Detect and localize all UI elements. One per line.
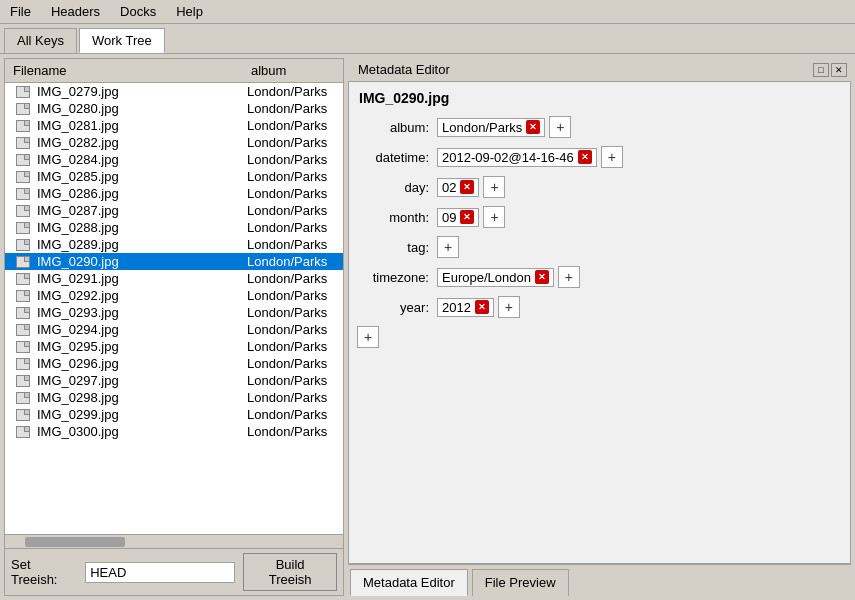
window-controls: □ ✕ (813, 63, 847, 77)
file-album: London/Parks (243, 288, 343, 303)
file-icon (13, 374, 33, 388)
list-item[interactable]: IMG_0282.jpgLondon/Parks (5, 134, 343, 151)
file-icon (13, 306, 33, 320)
tab-metadata-editor[interactable]: Metadata Editor (350, 569, 468, 596)
label-tag: tag: (357, 240, 437, 255)
add-timezone-button[interactable]: + (558, 266, 580, 288)
list-item[interactable]: IMG_0300.jpgLondon/Parks (5, 423, 343, 440)
values-tag: + (437, 236, 459, 258)
list-item[interactable]: IMG_0297.jpgLondon/Parks (5, 372, 343, 389)
list-item[interactable]: IMG_0296.jpgLondon/Parks (5, 355, 343, 372)
file-icon (13, 221, 33, 235)
add-year-button[interactable]: + (498, 296, 520, 318)
remove-month-tag[interactable]: ✕ (460, 210, 474, 224)
file-name: IMG_0293.jpg (33, 305, 243, 320)
file-album: London/Parks (243, 271, 343, 286)
file-name: IMG_0282.jpg (33, 135, 243, 150)
file-album: London/Parks (243, 118, 343, 133)
add-tag-button[interactable]: + (437, 236, 459, 258)
add-day-button[interactable]: + (483, 176, 505, 198)
menu-headers[interactable]: Headers (45, 2, 106, 21)
treeish-input[interactable] (85, 562, 235, 583)
tag-value-day: 02 (442, 180, 456, 195)
file-icon (13, 323, 33, 337)
file-album: London/Parks (243, 169, 343, 184)
horizontal-scrollbar[interactable] (5, 534, 343, 548)
list-item[interactable]: IMG_0289.jpgLondon/Parks (5, 236, 343, 253)
file-name: IMG_0280.jpg (33, 101, 243, 116)
metadata-row-tag: tag: + (357, 236, 842, 258)
remove-album-tag[interactable]: ✕ (526, 120, 540, 134)
list-item[interactable]: IMG_0288.jpgLondon/Parks (5, 219, 343, 236)
list-item[interactable]: IMG_0298.jpgLondon/Parks (5, 389, 343, 406)
add-datetime-button[interactable]: + (601, 146, 623, 168)
minimize-button[interactable]: □ (813, 63, 829, 77)
list-item[interactable]: IMG_0291.jpgLondon/Parks (5, 270, 343, 287)
add-month-button[interactable]: + (483, 206, 505, 228)
file-name: IMG_0292.jpg (33, 288, 243, 303)
list-item[interactable]: IMG_0284.jpgLondon/Parks (5, 151, 343, 168)
tag-album-london-parks: London/Parks ✕ (437, 118, 545, 137)
remove-year-tag[interactable]: ✕ (475, 300, 489, 314)
menu-bar: File Headers Docks Help (0, 0, 855, 24)
tab-file-preview[interactable]: File Preview (472, 569, 569, 596)
list-item[interactable]: IMG_0294.jpgLondon/Parks (5, 321, 343, 338)
add-album-button[interactable]: + (549, 116, 571, 138)
menu-docks[interactable]: Docks (114, 2, 162, 21)
menu-file[interactable]: File (4, 2, 37, 21)
close-button[interactable]: ✕ (831, 63, 847, 77)
remove-timezone-tag[interactable]: ✕ (535, 270, 549, 284)
list-item[interactable]: IMG_0285.jpgLondon/Parks (5, 168, 343, 185)
file-icon (13, 187, 33, 201)
file-name: IMG_0298.jpg (33, 390, 243, 405)
label-datetime: datetime: (357, 150, 437, 165)
file-name: IMG_0284.jpg (33, 152, 243, 167)
list-item[interactable]: IMG_0279.jpgLondon/Parks (5, 83, 343, 100)
column-header-album: album (243, 61, 343, 80)
list-item[interactable]: IMG_0290.jpgLondon/Parks (5, 253, 343, 270)
list-item[interactable]: IMG_0295.jpgLondon/Parks (5, 338, 343, 355)
remove-datetime-tag[interactable]: ✕ (578, 150, 592, 164)
file-icon (13, 102, 33, 116)
tag-timezone-value: Europe/London ✕ (437, 268, 554, 287)
add-new-field-button[interactable]: + (357, 326, 379, 348)
editor-file-title: IMG_0290.jpg (357, 90, 842, 106)
build-treeish-button[interactable]: Build Treeish (243, 553, 337, 591)
list-item[interactable]: IMG_0299.jpgLondon/Parks (5, 406, 343, 423)
remove-day-tag[interactable]: ✕ (460, 180, 474, 194)
metadata-row-datetime: datetime: 2012-09-02@14-16-46 ✕ + (357, 146, 842, 168)
menu-help[interactable]: Help (170, 2, 209, 21)
content-area: Filename album IMG_0279.jpgLondon/ParksI… (0, 54, 855, 600)
file-icon (13, 136, 33, 150)
tag-year-value: 2012 ✕ (437, 298, 494, 317)
file-name: IMG_0299.jpg (33, 407, 243, 422)
list-item[interactable]: IMG_0293.jpgLondon/Parks (5, 304, 343, 321)
file-icon (13, 238, 33, 252)
tag-month-value: 09 ✕ (437, 208, 479, 227)
file-name: IMG_0296.jpg (33, 356, 243, 371)
file-album: London/Parks (243, 356, 343, 371)
file-list-body[interactable]: IMG_0279.jpgLondon/ParksIMG_0280.jpgLond… (5, 83, 343, 534)
file-album: London/Parks (243, 237, 343, 252)
file-album: London/Parks (243, 84, 343, 99)
metadata-row-year: year: 2012 ✕ + (357, 296, 842, 318)
file-name: IMG_0289.jpg (33, 237, 243, 252)
add-field-row: + (357, 326, 842, 348)
list-item[interactable]: IMG_0292.jpgLondon/Parks (5, 287, 343, 304)
file-icon (13, 85, 33, 99)
tab-all-keys[interactable]: All Keys (4, 28, 77, 53)
scrollbar-thumb[interactable] (25, 537, 125, 547)
list-item[interactable]: IMG_0286.jpgLondon/Parks (5, 185, 343, 202)
file-name: IMG_0300.jpg (33, 424, 243, 439)
values-month: 09 ✕ + (437, 206, 505, 228)
tag-value-album: London/Parks (442, 120, 522, 135)
list-item[interactable]: IMG_0281.jpgLondon/Parks (5, 117, 343, 134)
file-list-header: Filename album (5, 59, 343, 83)
column-header-filename: Filename (5, 61, 243, 80)
file-album: London/Parks (243, 305, 343, 320)
label-album: album: (357, 120, 437, 135)
tab-work-tree[interactable]: Work Tree (79, 28, 165, 53)
tag-datetime-value: 2012-09-02@14-16-46 ✕ (437, 148, 597, 167)
list-item[interactable]: IMG_0280.jpgLondon/Parks (5, 100, 343, 117)
list-item[interactable]: IMG_0287.jpgLondon/Parks (5, 202, 343, 219)
